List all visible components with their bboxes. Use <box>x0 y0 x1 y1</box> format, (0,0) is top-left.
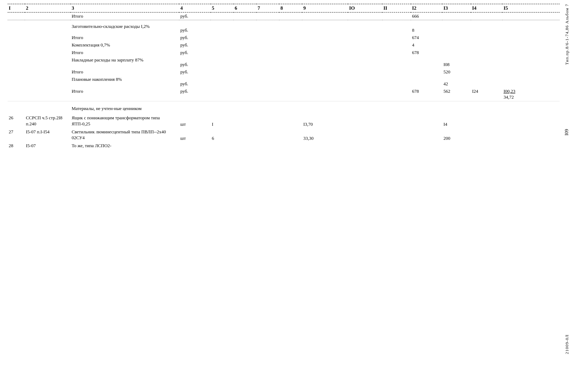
cell-r8-c14: I24 <box>471 88 502 101</box>
cell-r11-c11 <box>382 128 411 142</box>
cell-r9-c3: Материалы, не учтен-ные ценником <box>71 105 179 112</box>
spacer-row <box>8 101 560 105</box>
cell-r11-c2: I5-07 п.I-I54 <box>25 128 71 142</box>
cell-r9-c2 <box>25 105 71 112</box>
cell-r7-middle <box>211 76 411 88</box>
cell-r12-rest <box>179 142 560 149</box>
cell-r5-c15 <box>502 56 560 68</box>
cell-r7-c2 <box>25 76 71 88</box>
cell-r11-c7 <box>257 128 279 142</box>
cell-r5-c3: Накладные расходы на зарплату 87% <box>71 56 179 68</box>
cell-r0-c7 <box>257 12 279 20</box>
table-row: Материалы, не учтен-ные ценником <box>8 105 560 112</box>
header-col-4: 4 <box>179 4 211 12</box>
cell-r3-c3: Комплектация 0,7% <box>71 41 179 49</box>
cell-r12-c1: 28 <box>8 142 25 149</box>
header-col-9: 9 <box>302 4 348 12</box>
cell-r3-c2 <box>25 41 71 49</box>
cell-r9-rest <box>179 105 560 112</box>
cell-r10-c8 <box>279 114 302 128</box>
cell-r0-c13 <box>442 12 471 20</box>
cell-r7-c13: 42 <box>442 76 471 88</box>
cell-r10-c4: шт <box>179 114 211 128</box>
cell-r10-c13: I4 <box>442 114 471 128</box>
table-row: Накладные расходы на зарплату 87% руб. I… <box>8 56 560 68</box>
cell-r5-middle <box>211 56 411 68</box>
cell-r2-c4: руб. <box>179 34 211 41</box>
cell-r7-c3: Плановые накопления 8% <box>71 76 179 88</box>
cell-r1-c1 <box>8 20 25 34</box>
cell-r0-c3: Итого <box>71 12 179 20</box>
cell-r5-c12 <box>411 56 442 68</box>
cell-r0-c14 <box>471 12 502 20</box>
cell-r10-c12 <box>411 114 442 128</box>
cell-r4-c14 <box>471 49 502 56</box>
header-col-8: 8 <box>279 4 302 12</box>
cell-r10-c5: I <box>211 114 234 128</box>
header-col-14: I4 <box>471 4 502 12</box>
cell-r0-c10 <box>348 12 382 20</box>
cell-r4-c2 <box>25 49 71 56</box>
cell-r8-c3: Итого <box>71 88 179 101</box>
cell-r12-c2: I5-07 <box>25 142 71 149</box>
header-col-5: 5 <box>211 4 234 12</box>
cell-r2-c14 <box>471 34 502 41</box>
cell-r12-c3: То же, типа ЛСПО2- <box>71 142 179 149</box>
sidebar-tip-label: Тип.пр.8/6-1-74,86 Альбом 7 <box>565 4 570 65</box>
cell-r11-c10 <box>348 128 382 142</box>
table-row: Итого руб. 674 <box>8 34 560 41</box>
cell-r4-c12: 678 <box>411 49 442 56</box>
main-table: I 2 3 4 5 6 7 8 9 IO II I2 I3 I4 I5 <box>8 4 560 149</box>
sidebar-bottom-label: 21009-0Л <box>565 334 570 354</box>
cell-r1-c14 <box>471 20 502 34</box>
cell-r8-c12: 678 <box>411 88 442 101</box>
cell-r0-c4: руб. <box>179 12 211 20</box>
cell-r0-c11 <box>382 12 411 20</box>
cell-r8-c2 <box>25 88 71 101</box>
cell-r6-c15 <box>502 68 560 76</box>
cell-r0-c12: 666 <box>411 12 442 20</box>
cell-r8-c13: 562 <box>442 88 471 101</box>
cell-r11-c9: 33,30 <box>302 128 348 142</box>
cell-r2-c15 <box>502 34 560 41</box>
cell-r10-c7 <box>257 114 279 128</box>
cell-r4-c15 <box>502 49 560 56</box>
cell-r11-c8 <box>279 128 302 142</box>
cell-r1-c13 <box>442 20 471 34</box>
cell-r10-c2: ССРСП ч.5 стр.2I8 п.240 <box>25 114 71 128</box>
cell-r4-c1 <box>8 49 25 56</box>
cell-r10-c15 <box>502 114 560 128</box>
cell-r6-c3: Итого <box>71 68 179 76</box>
cell-r0-c2 <box>25 12 71 20</box>
table-header-row: I 2 3 4 5 6 7 8 9 IO II I2 I3 I4 I5 <box>8 4 560 12</box>
cell-r1-c4: руб. <box>179 20 211 34</box>
cell-r4-c4: руб. <box>179 49 211 56</box>
cell-r2-c13 <box>442 34 471 41</box>
cell-r11-c12 <box>411 128 442 142</box>
cell-r8-c4: руб. <box>179 88 211 101</box>
cell-r10-c1: 26 <box>8 114 25 128</box>
cell-r11-c5: 6 <box>211 128 234 142</box>
header-col-1: I <box>8 4 25 12</box>
cell-r7-c14 <box>471 76 502 88</box>
cell-r0-c6 <box>234 12 257 20</box>
cell-r6-c13: 520 <box>442 68 471 76</box>
cell-r4-c3: Итого <box>71 49 179 56</box>
table-row: 26 ССРСП ч.5 стр.2I8 п.240 Ящик с понижа… <box>8 114 560 128</box>
table-row: Итого руб. 678 <box>8 49 560 56</box>
table-row: Комплектация 0,7% руб. 4 <box>8 41 560 49</box>
cell-r2-c3: Итого <box>71 34 179 41</box>
cell-r3-c14 <box>471 41 502 49</box>
cell-r6-c1 <box>8 68 25 76</box>
table-row: 28 I5-07 То же, типа ЛСПО2- <box>8 142 560 149</box>
cell-r5-c2 <box>25 56 71 68</box>
header-col-2: 2 <box>25 4 71 12</box>
page-container: Тип.пр.8/6-1-74,86 Альбом 7 I09 21009-0Л… <box>0 0 571 392</box>
cell-r8-middle <box>211 88 411 101</box>
cell-r2-middle <box>211 34 411 41</box>
cell-r11-c6 <box>234 128 257 142</box>
cell-r6-c4: руб. <box>179 68 211 76</box>
cell-r3-c4: руб. <box>179 41 211 49</box>
cell-r10-c14 <box>471 114 502 128</box>
header-col-10: IO <box>348 4 382 12</box>
